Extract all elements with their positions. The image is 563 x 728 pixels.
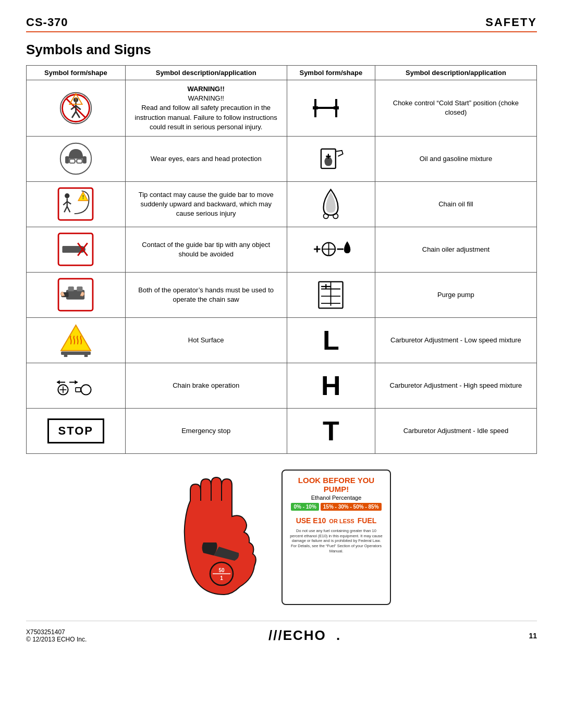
carb-high-letter: H — [321, 372, 341, 399]
chain-oil-fill-symbol — [287, 181, 375, 227]
warning-text: WARNING!! Read and follow all safety pre… — [135, 94, 277, 131]
guide-bar-tip-symbol — [27, 227, 126, 272]
protective-gear-icon — [33, 141, 119, 177]
table-row: Contact of the guide bar tip with any ob… — [27, 227, 537, 272]
svg-rect-18 — [82, 156, 86, 164]
fuel-sticker: LOOK BEFORE YOU PUMP! Ethanol Percentage… — [282, 470, 391, 605]
svg-marker-66 — [75, 380, 78, 385]
table-row: ! WARNING!! WARNING!! Read and follow al… — [27, 80, 537, 137]
fuel-label: FUEL — [358, 516, 377, 525]
svg-text:50: 50 — [218, 567, 225, 573]
svg-rect-49 — [68, 287, 74, 291]
row2-desc1: Wear eyes, ears and head protection — [125, 136, 287, 181]
row7-desc1: Chain brake operation — [125, 363, 287, 408]
echo-logo: ///ECHO . — [268, 625, 347, 646]
choke-cold-start-icon — [293, 90, 369, 126]
fuel-hand-area: 50 1 — [172, 470, 276, 605]
page-number: 11 — [529, 632, 537, 640]
row4-desc2: Chain oiler adjustment — [375, 227, 536, 272]
look-before-text: LOOK BEFORE YOU — [298, 476, 374, 485]
row6-desc2: Carburetor Adjustment - Low speed mixtur… — [375, 317, 536, 363]
svg-point-70 — [81, 385, 91, 395]
chain-oiler-adj-icon — [293, 231, 369, 268]
col-header-4: Symbol description/application — [375, 66, 536, 80]
table-row: ! Tip contact may cause the guide bar to… — [27, 181, 537, 227]
svg-text:!: ! — [82, 195, 84, 201]
svg-text:///ECHO: ///ECHO — [268, 627, 326, 643]
row5-desc1: Both of the operator’s hands must be use… — [125, 272, 287, 317]
red-hand-svg: 50 1 — [172, 470, 276, 605]
part-number: X7503251407 — [26, 628, 87, 636]
carb-low-letter: L — [323, 327, 339, 354]
section-title: Symbols and Signs — [26, 42, 537, 58]
svg-rect-50 — [77, 287, 83, 291]
chain-brake-symbol — [27, 363, 126, 408]
two-hands-symbol — [27, 272, 126, 317]
purge-pump-icon — [293, 277, 369, 313]
choke-cold-start-symbol — [287, 80, 375, 137]
fuel-fine-print: Do not use any fuel containing greater t… — [290, 528, 383, 554]
pct-green: 0% - 10% — [291, 503, 319, 511]
kickback-warning-symbol: ! — [27, 181, 126, 227]
carb-idle-symbol: T — [287, 408, 375, 453]
svg-marker-64 — [57, 380, 60, 385]
svg-rect-62 — [84, 354, 88, 357]
ethanol-subtitle: Ethanol Percentage — [290, 495, 383, 501]
fuel-section: 50 1 LOOK BEFORE YOU PUMP! Ethanol Perce… — [26, 470, 537, 605]
row3-desc1: Tip contact may cause the guide bar to m… — [125, 181, 287, 227]
footer-left: X7503251407 © 12/2013 ECHO Inc. — [26, 628, 87, 643]
hot-surface-icon — [33, 322, 119, 359]
page-header: CS-370 SAFETY — [26, 16, 537, 32]
row3-desc2: Chain oil fill — [375, 181, 536, 227]
col-header-2: Symbol description/application — [125, 66, 287, 80]
svg-rect-17 — [65, 156, 69, 164]
hot-surface-symbol — [27, 317, 126, 363]
svg-text:1: 1 — [220, 575, 223, 581]
kickback-warning-icon: ! — [33, 186, 119, 223]
carb-low-symbol: L — [287, 317, 375, 363]
fuel-mix-icon — [293, 141, 369, 177]
carb-high-symbol: H — [287, 363, 375, 408]
warning-label: WARNING!! — [187, 85, 225, 93]
row7-desc2: Carburetor Adjustment - High speed mixtu… — [375, 363, 536, 408]
purge-pump-symbol — [287, 272, 375, 317]
table-row: Hot Surface L Carburetor Adjustment - Lo… — [27, 317, 537, 363]
row1-desc2: Choke control “Cold Start” position (cho… — [375, 80, 536, 137]
svg-text:.: . — [336, 627, 341, 643]
chain-oiler-adj-symbol — [287, 227, 375, 272]
stop-label: STOP — [47, 418, 105, 444]
svg-point-26 — [65, 194, 69, 199]
row2-desc2: Oil and gasoline mixture — [375, 136, 536, 181]
row6-desc1: Hot Surface — [125, 317, 287, 363]
carb-high-icon: H — [293, 367, 369, 404]
svg-text:!: ! — [75, 96, 77, 103]
chain-brake-icon — [33, 367, 119, 404]
row8-desc1: Emergency stop — [125, 408, 287, 453]
svg-rect-71 — [76, 388, 81, 392]
symbols-table: Symbol form/shape Symbol description/app… — [26, 65, 537, 454]
carb-idle-letter: T — [323, 417, 339, 445]
table-row: Wear eyes, ears and head protection — [27, 136, 537, 181]
section-name: SAFETY — [485, 16, 537, 29]
pct-row: 0% - 10% 15% - 30% - 50% - 85% — [290, 503, 383, 511]
row4-desc1: Contact of the guide bar tip with any ob… — [125, 227, 287, 272]
or-less-label: OR LESS — [329, 518, 354, 524]
table-row: STOP Emergency stop T Carburetor Adjustm… — [27, 408, 537, 453]
svg-rect-61 — [64, 354, 68, 357]
guide-bar-tip-icon — [33, 231, 119, 268]
chain-oil-fill-icon — [293, 186, 369, 223]
warning-person-symbol: ! — [27, 80, 126, 137]
table-row: Both of the operator’s hands must be use… — [27, 272, 537, 317]
use-label: USE E10 — [296, 516, 326, 525]
pct-orange: 15% - 30% - 50% - 85% — [321, 503, 382, 511]
pump-text: PUMP! — [324, 485, 349, 493]
fuel-sticker-title: LOOK BEFORE YOU PUMP! — [290, 476, 383, 493]
model-number: CS-370 — [26, 16, 68, 29]
table-row: Chain brake operation H Carburetor Adjus… — [27, 363, 537, 408]
col-header-3: Symbol form/shape — [287, 66, 375, 80]
carb-idle-icon: T — [293, 413, 369, 449]
two-hands-icon — [33, 277, 119, 313]
row8-desc2: Carburetor Adjustment - Idle speed — [375, 408, 536, 453]
protective-gear-symbol — [27, 136, 126, 181]
warning-person-icon: ! — [33, 90, 119, 126]
